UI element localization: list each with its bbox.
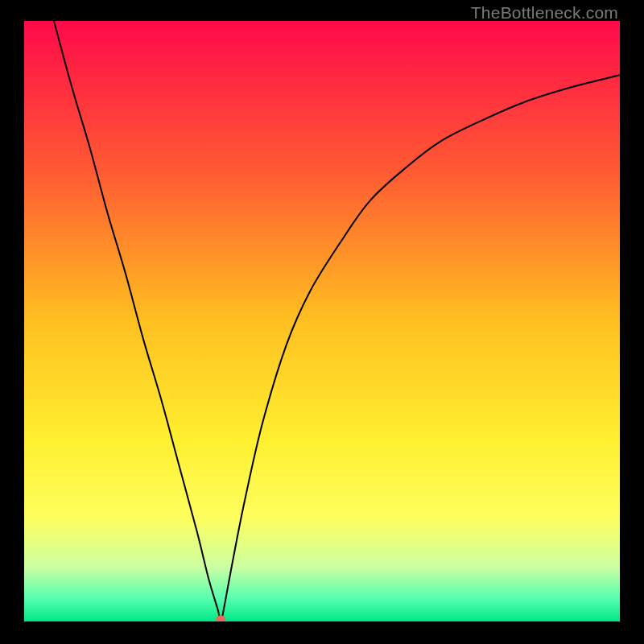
bottleneck-chart: [24, 21, 620, 621]
gradient-background: [24, 21, 620, 621]
chart-frame: [24, 21, 620, 621]
watermark-text: TheBottleneck.com: [471, 3, 618, 23]
